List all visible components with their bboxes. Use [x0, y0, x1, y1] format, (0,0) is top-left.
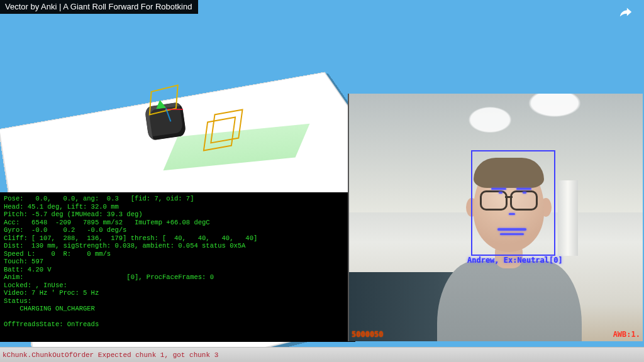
debug-terminal: Pose: 0.0, 0.0, ang: 0.3 [fid: 7, oid: 7…: [0, 192, 355, 342]
video-title: Vector by Anki | A Giant Roll Forward Fo…: [0, 0, 198, 14]
face-keypoint: [500, 233, 524, 235]
camera-hud-left: 5000050: [352, 330, 384, 339]
face-keypoint: [516, 188, 531, 190]
axis-x: [165, 109, 183, 110]
share-icon[interactable]: [619, 5, 633, 19]
subject: [425, 148, 588, 341]
log-text: kChunk.ChunkOutOfOrder Expected chunk 1,…: [3, 351, 218, 359]
robot-model: [145, 102, 187, 141]
terminal-text: Pose: 0.0, 0.0, ang: 0.3 [fid: 7, oid: 7…: [4, 195, 262, 342]
subject-glasses: [480, 190, 538, 208]
subject-hair: [474, 158, 544, 188]
log-footer: kChunk.ChunkOutOfOrder Expected chunk 1,…: [0, 347, 644, 362]
subject-torso: [437, 261, 582, 341]
video-player[interactable]: Pose: 0.0, 0.0, ang: 0.3 [fid: 7, oid: 7…: [0, 0, 644, 362]
glasses-bridge: [505, 196, 513, 198]
face-keypoint: [497, 228, 526, 231]
video-title-text: Vector by Anki | A Giant Roll Forward Fo…: [5, 2, 192, 11]
face-keypoint: [499, 192, 502, 194]
face-label: Andrew, Ex:Neutral[0]: [467, 256, 563, 265]
face-keypoint: [509, 213, 515, 215]
face-keypoint: [491, 188, 506, 190]
face-keypoint: [523, 192, 526, 194]
camera-hud-right: AWB:1.: [613, 330, 640, 339]
cube-wireframe: [203, 116, 236, 151]
camera-feed: Andrew, Ex:Neutral[0] 5000050 AWB:1.: [348, 94, 643, 341]
lens-left: [480, 190, 508, 211]
